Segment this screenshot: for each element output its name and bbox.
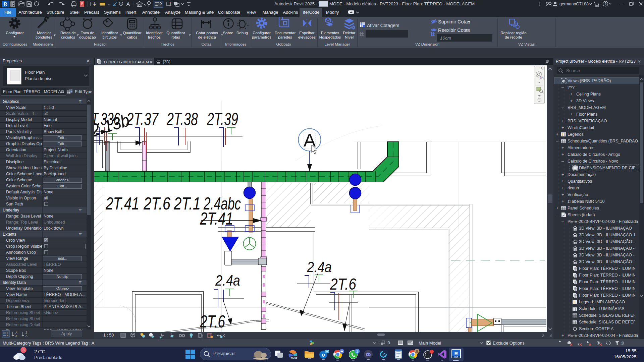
svg-text:2T.41: 2T.41 [200, 209, 233, 228]
svg-text:Z: Z [25, 331, 27, 334]
svg-text:2T.6: 2T.6 [200, 312, 225, 331]
svg-text:M365: M365 [291, 356, 298, 359]
svg-text:2T.6: 2T.6 [330, 275, 356, 293]
svg-text:10cm: 10cm [440, 36, 451, 41]
svg-text:2T.37: 2T.37 [126, 109, 159, 129]
svg-text:2T.39: 2T.39 [207, 109, 238, 129]
svg-text:germanoG7L88: germanoG7L88 [559, 2, 589, 6]
svg-text:R: R [4, 1, 7, 7]
svg-text:A: A [126, 1, 130, 7]
svg-text:2T.6: 2T.6 [143, 194, 170, 213]
svg-text:2T.38: 2T.38 [166, 109, 198, 129]
svg-text:Suprimir Cotas: Suprimir Cotas [438, 19, 470, 24]
svg-text:A: A [25, 334, 28, 338]
svg-text:o: o [322, 352, 325, 358]
svg-text::0: :0 [621, 341, 624, 346]
svg-text:Z: Z [15, 334, 17, 338]
svg-text:2T.1: 2T.1 [173, 194, 201, 213]
svg-text:3: 3 [22, 348, 24, 352]
svg-text:1: 1 [120, 3, 122, 6]
svg-text:Ativar Cotagem: Ativar Cotagem [367, 23, 399, 28]
svg-text:1: 1 [356, 350, 358, 353]
svg-text:A: A [15, 331, 17, 334]
svg-text:R: R [454, 351, 458, 356]
svg-text:Reexibir Cotas: Reexibir Cotas [438, 27, 470, 33]
svg-text:2D: 2D [540, 76, 544, 80]
svg-text:2.4a: 2.4a [307, 259, 332, 275]
svg-text:?: ? [604, 2, 607, 6]
svg-text:2T.41: 2T.41 [105, 194, 139, 213]
svg-text:2.4a: 2.4a [215, 272, 240, 289]
svg-text:RVT: RVT [454, 356, 459, 358]
